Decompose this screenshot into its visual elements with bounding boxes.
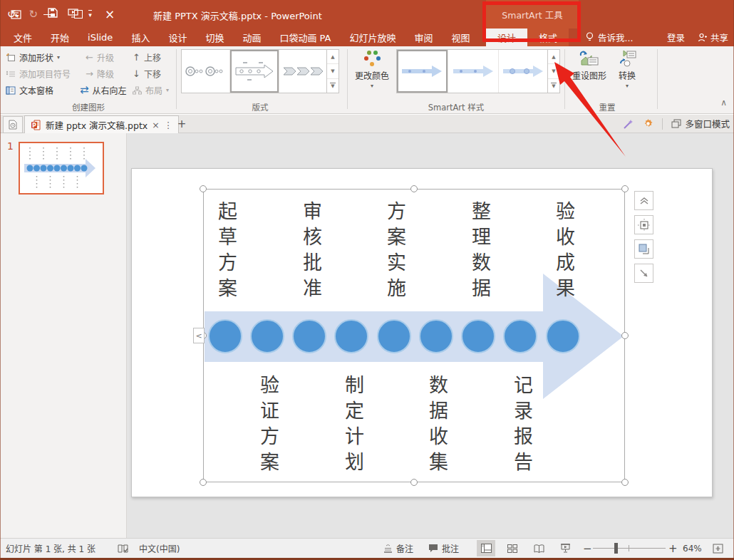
group-label-layouts: 版式 [181, 101, 339, 113]
tab-transitions[interactable]: 切换 [196, 28, 233, 46]
zoom-level[interactable]: 64% [683, 539, 702, 558]
new-tab-button[interactable]: + [173, 116, 190, 132]
style-option-moderate-effect[interactable] [499, 50, 547, 93]
tab-file[interactable]: 文件 [4, 28, 41, 46]
reading-view-button[interactable] [529, 540, 548, 556]
zoom-slider-handle[interactable] [614, 543, 618, 554]
recent-files-button[interactable] [3, 116, 23, 133]
magic-wand-icon[interactable] [623, 118, 634, 130]
move-up-button[interactable]: ↑上移 [133, 50, 161, 65]
tab-slideshow[interactable]: 幻灯片放映 [340, 28, 405, 46]
convert-button[interactable]: 转换 ▾ [611, 49, 643, 89]
resize-handle-bottom-left[interactable] [200, 479, 207, 486]
main-area: 1 起草方案 审核批准 方案实施 整理数据 验收成果 验证方案 制定计划 [0, 133, 734, 538]
close-button[interactable]: × [94, 0, 125, 28]
multi-window-mode-button[interactable]: 多窗口模式 [671, 117, 730, 130]
notes-button[interactable]: 备注 [383, 539, 413, 558]
tab-review[interactable]: 审阅 [405, 28, 443, 46]
customize-qat-icon[interactable]: ▾ [88, 10, 92, 19]
comments-button[interactable]: 批注 [428, 539, 459, 558]
collapse-ribbon-icon[interactable]: ∧ [720, 98, 727, 108]
slideshow-view-button[interactable] [556, 540, 574, 556]
zoom-in-button[interactable]: + [668, 539, 678, 558]
layout-option-circle-accent-timeline[interactable] [230, 50, 280, 93]
spell-check-icon[interactable] [118, 539, 128, 558]
reset-graphic-button[interactable]: 重设图形 [570, 49, 609, 81]
style-thumbnail-icon [453, 63, 494, 79]
window-left-border [0, 0, 1, 560]
history-icon [8, 120, 18, 130]
resize-handle-bottom-center[interactable] [410, 479, 418, 486]
collapse-panel-button[interactable] [634, 191, 653, 210]
demote-button[interactable]: →降级 [86, 66, 114, 81]
resize-handle-top-right[interactable] [621, 185, 629, 192]
zoom-slider[interactable] [593, 539, 666, 558]
language-indicator[interactable]: 中文(中国) [139, 539, 180, 558]
layout-option-circle-process[interactable] [182, 50, 230, 93]
redo-icon[interactable]: ↻ [29, 8, 38, 21]
gallery-down-icon[interactable]: ▼ [548, 64, 559, 78]
window-controls: × [0, 0, 734, 28]
chevron-process-thumbnail-icon [283, 65, 323, 78]
document-tab[interactable]: P 新建 pptx 演示文稿.pptx × ⋮ [24, 115, 179, 134]
tab-view[interactable]: 视图 [443, 28, 480, 46]
gallery-up-icon[interactable]: ▲ [327, 50, 338, 64]
slide-sorter-view-button[interactable] [503, 540, 522, 556]
resize-handle-bottom-right[interactable] [621, 479, 629, 486]
gear-icon[interactable] [643, 118, 653, 129]
align-center-button[interactable] [634, 215, 653, 234]
add-bullet-button[interactable]: 添加项目符号 [6, 66, 71, 81]
share-button[interactable]: 共享 [698, 31, 728, 44]
zoom-out-button[interactable]: − [583, 539, 592, 558]
resize-shape-button[interactable] [634, 264, 653, 283]
convert-icon [618, 49, 636, 68]
gallery-up-icon[interactable]: ▲ [548, 50, 559, 64]
tell-me-box[interactable]: 告诉我... [586, 28, 633, 46]
promote-button[interactable]: ←升级 [86, 50, 114, 65]
gallery-down-icon[interactable]: ▼ [327, 64, 338, 78]
fit-slide-icon [713, 544, 723, 554]
change-colors-button[interactable]: 更改颜色 ▾ [352, 49, 392, 89]
copy-shape-button[interactable] [634, 239, 653, 259]
save-icon[interactable] [48, 8, 58, 21]
text-pane-toggle-button[interactable]: < [193, 328, 205, 343]
text-pane-icon [6, 86, 16, 95]
slideshow-icon [560, 544, 571, 553]
lightbulb-icon [586, 32, 594, 43]
person-icon [698, 33, 707, 42]
slide-thumbnail[interactable] [19, 142, 104, 195]
fit-to-window-button[interactable] [713, 539, 723, 558]
move-down-button[interactable]: ↓下移 [133, 66, 161, 81]
add-shape-button[interactable]: 添加形状▾ [6, 50, 60, 65]
diagonal-resize-icon [639, 268, 650, 279]
gallery-more-icon[interactable]: ▼ [548, 79, 559, 93]
right-to-left-button[interactable]: ⇄ 从右向左 [80, 83, 127, 98]
tab-insert[interactable]: 插入 [122, 28, 159, 46]
start-slideshow-icon[interactable] [68, 8, 78, 21]
layout-option-chevron-process[interactable] [279, 50, 326, 93]
close-tab-icon[interactable]: × [152, 120, 159, 130]
resize-handle-top-center[interactable] [410, 185, 418, 192]
layout-button[interactable]: 布局▾ [133, 83, 169, 98]
gallery-more-icon[interactable]: ▼ [327, 79, 338, 93]
style-option-subtle-effect[interactable] [448, 50, 500, 93]
resize-handle-top-left[interactable] [200, 185, 207, 192]
normal-view-button[interactable] [477, 540, 495, 556]
group-label-smartart-styles: SmartArt 样式 [352, 101, 560, 113]
status-bar: 幻灯片 第 1 张, 共 1 张 中文(中国) 备注 批注 − + 64% [0, 538, 734, 558]
undo-icon[interactable]: ↺▾ [7, 8, 19, 21]
tab-menu-icon[interactable]: ⋮ [164, 120, 173, 130]
tab-animations[interactable]: 动画 [233, 28, 270, 46]
group-label-create-graphic: 创建图形 [3, 101, 174, 113]
group-divider [564, 49, 565, 109]
tab-home[interactable]: 开始 [41, 28, 78, 46]
slide-number: 1 [7, 140, 14, 152]
resize-handle-middle-right[interactable] [621, 332, 629, 339]
account-area: 登录 共享 [667, 28, 728, 46]
text-pane-button[interactable]: 文本窗格 [6, 83, 53, 98]
sign-in-link[interactable]: 登录 [667, 31, 685, 44]
tab-islide[interactable]: iSlide [78, 28, 122, 46]
tab-pocket-animation[interactable]: 口袋动画 PA [270, 28, 340, 46]
tab-design[interactable]: 设计 [159, 28, 196, 46]
style-option-simple-fill[interactable] [397, 50, 448, 93]
